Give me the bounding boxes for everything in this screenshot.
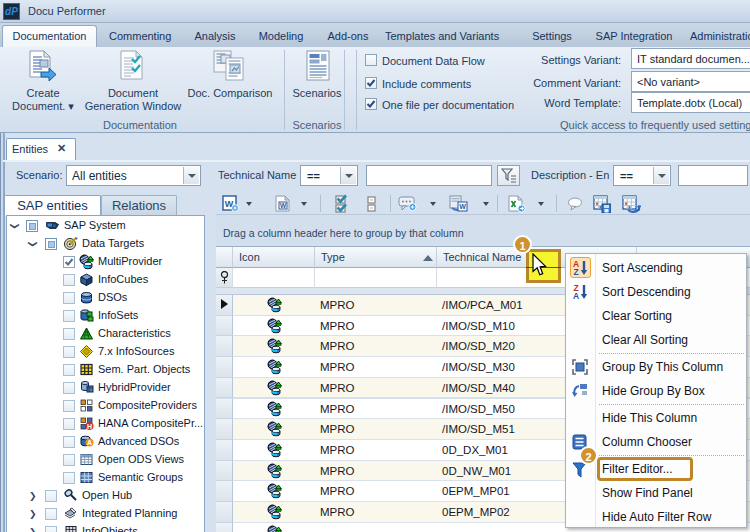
svg-text:A: A — [573, 291, 579, 301]
svg-text:A: A — [87, 439, 92, 446]
svg-text:W: W — [280, 202, 287, 209]
svg-text:dP: dP — [5, 6, 18, 17]
svg-text:H: H — [87, 423, 92, 430]
svg-text:W: W — [459, 203, 466, 210]
svg-text:Z: Z — [573, 267, 578, 277]
